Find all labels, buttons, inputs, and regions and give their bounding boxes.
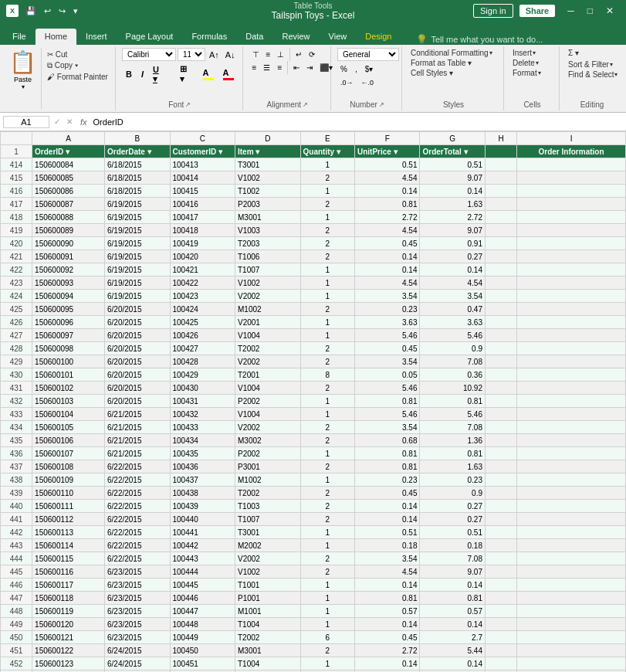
cell-quantity[interactable]: 8 — [300, 368, 354, 382]
cell-quantity[interactable]: 1 — [300, 290, 354, 303]
cell-quantity[interactable]: 1 — [300, 447, 354, 460]
cell-empty[interactable] — [485, 631, 516, 644]
table-row[interactable]: 4471506001186/23/2015100446P100110.810.8… — [1, 592, 626, 605]
cell-item[interactable]: T3001 — [235, 158, 301, 171]
cell-quantity[interactable]: 1 — [300, 579, 354, 592]
cell-orderdate[interactable]: 6/20/2015 — [104, 382, 170, 395]
cell-unitprice[interactable]: 3.63 — [354, 316, 420, 329]
cell-orderdate[interactable]: 6/20/2015 — [104, 355, 170, 368]
row-number[interactable]: 416 — [1, 185, 32, 198]
cell-empty[interactable] — [485, 171, 516, 185]
cell-orderdate[interactable]: 6/20/2015 — [104, 342, 170, 355]
cell-unitprice[interactable]: 0.05 — [354, 368, 420, 382]
cell-customerid[interactable]: 100418 — [170, 224, 235, 237]
increase-decimal-btn[interactable]: .0→ — [337, 76, 357, 89]
row-number[interactable]: 417 — [1, 198, 32, 211]
row-number[interactable]: 446 — [1, 579, 32, 592]
cell-customerid[interactable]: 100421 — [170, 263, 235, 277]
cell-orderinfo[interactable] — [517, 487, 626, 500]
row-number[interactable]: 451 — [1, 644, 32, 657]
cell-orderdate[interactable]: 6/19/2015 — [104, 198, 170, 211]
cell-empty[interactable] — [485, 158, 516, 171]
cell-empty[interactable] — [485, 565, 516, 579]
cell-ordertotal[interactable]: 7.08 — [420, 355, 486, 368]
cell-item[interactable]: M3001 — [235, 644, 301, 657]
percent-btn[interactable]: % — [337, 63, 350, 76]
table-row[interactable]: 4231506000936/19/2015100422V100214.544.5… — [1, 277, 626, 290]
cell-empty[interactable] — [485, 513, 516, 526]
cell-orderdate[interactable]: 6/24/2015 — [104, 644, 170, 657]
cell-item[interactable]: T2002 — [235, 631, 301, 644]
cell-orderinfo[interactable] — [517, 198, 626, 211]
cell-orderid[interactable]: 150600098 — [32, 342, 105, 355]
cell-orderid[interactable]: 150600105 — [32, 421, 105, 434]
row-number[interactable]: 439 — [1, 487, 32, 500]
format-cells-btn[interactable]: Format ▾ — [510, 68, 554, 78]
row-number[interactable]: 424 — [1, 290, 32, 303]
cell-quantity[interactable]: 1 — [300, 605, 354, 618]
tell-me-text[interactable]: Tell me what you want to do... — [431, 35, 543, 44]
cell-empty[interactable] — [485, 355, 516, 368]
cell-empty[interactable] — [485, 473, 516, 487]
cell-styles-btn[interactable]: Cell Styles ▾ — [408, 68, 499, 78]
row-number[interactable]: 427 — [1, 329, 32, 342]
format-as-table-btn[interactable]: Format as Table ▾ — [408, 58, 499, 68]
cell-customerid[interactable]: 100450 — [170, 644, 235, 657]
table-row[interactable]: 4191506000896/19/2015100418V100324.549.0… — [1, 224, 626, 237]
row-number[interactable]: 428 — [1, 342, 32, 355]
cell-unitprice[interactable]: 0.57 — [354, 605, 420, 618]
paste-arrow[interactable]: ▾ — [22, 83, 25, 90]
align-center-btn[interactable]: ☰ — [260, 61, 273, 74]
cell-item[interactable]: V1002 — [235, 277, 301, 290]
cell-quantity[interactable]: 2 — [300, 460, 354, 473]
cell-customerid[interactable]: 100446 — [170, 592, 235, 605]
cell-orderdate[interactable]: 6/23/2015 — [104, 605, 170, 618]
tab-home[interactable]: Home — [36, 29, 76, 45]
copy-button[interactable]: ⧉ Copy ▾ — [45, 60, 110, 71]
cell-item[interactable]: T2002 — [235, 342, 301, 355]
cell-customerid[interactable]: 100430 — [170, 382, 235, 395]
table-row[interactable]: 4221506000926/19/2015100421T100710.140.1… — [1, 263, 626, 277]
table-row[interactable]: 4431506001146/22/2015100442M200210.180.1… — [1, 539, 626, 552]
cell-unitprice[interactable]: 0.51 — [354, 526, 420, 539]
number-group-label[interactable]: Number ↗ — [337, 100, 397, 109]
row-number[interactable]: 419 — [1, 224, 32, 237]
cell-quantity[interactable]: 2 — [300, 500, 354, 513]
table-row[interactable]: 4141506000846/18/2015100413T300110.510.5… — [1, 158, 626, 171]
redo-btn[interactable]: ↪ — [56, 5, 68, 17]
table-row[interactable]: 4291506001006/20/2015100428V200223.547.0… — [1, 355, 626, 368]
wrap-text-btn[interactable]: ↵ — [293, 48, 305, 61]
table-row[interactable]: 4501506001216/23/2015100449T200260.452.7 — [1, 631, 626, 644]
cell-unitprice[interactable]: 0.45 — [354, 631, 420, 644]
tab-data[interactable]: Data — [236, 29, 272, 45]
cell-empty[interactable] — [485, 460, 516, 473]
row-number[interactable]: 444 — [1, 552, 32, 565]
cell-unitprice[interactable]: 0.45 — [354, 237, 420, 250]
cell-customerid[interactable]: 100432 — [170, 408, 235, 421]
th-customerid[interactable]: CustomerID ▾ — [170, 145, 235, 158]
cell-unitprice[interactable]: 0.14 — [354, 185, 420, 198]
cell-ordertotal[interactable]: 0.14 — [420, 618, 486, 631]
cell-item[interactable]: T1002 — [235, 185, 301, 198]
number-expand-icon[interactable]: ↗ — [379, 101, 384, 108]
row-number[interactable]: 434 — [1, 421, 32, 434]
cell-ordertotal[interactable]: 0.36 — [420, 368, 486, 382]
cell-orderinfo[interactable] — [517, 250, 626, 263]
cell-quantity[interactable]: 2 — [300, 421, 354, 434]
cell-orderinfo[interactable] — [517, 211, 626, 224]
cell-empty[interactable] — [485, 368, 516, 382]
table-row[interactable]: 4321506001036/20/2015100431P200210.810.8… — [1, 395, 626, 408]
cell-orderdate[interactable]: 6/21/2015 — [104, 434, 170, 447]
cell-item[interactable]: T1007 — [235, 513, 301, 526]
cell-orderdate[interactable]: 6/22/2015 — [104, 552, 170, 565]
cell-orderinfo[interactable] — [517, 657, 626, 670]
cell-orderid[interactable]: 150600108 — [32, 460, 105, 473]
cell-orderinfo[interactable] — [517, 263, 626, 277]
cell-ordertotal[interactable]: 1.63 — [420, 460, 486, 473]
cell-orderinfo[interactable] — [517, 539, 626, 552]
th-quantity[interactable]: Quantity ▾ — [300, 145, 354, 158]
table-row[interactable]: 4451506001166/23/2015100444V100224.549.0… — [1, 565, 626, 579]
cell-orderdate[interactable]: 6/20/2015 — [104, 303, 170, 316]
th-orderdate[interactable]: OrderDate ▾ — [104, 145, 170, 158]
cell-empty[interactable] — [485, 290, 516, 303]
